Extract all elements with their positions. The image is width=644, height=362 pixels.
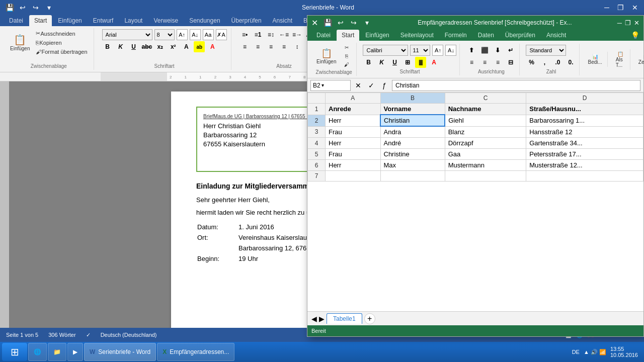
cell-c5[interactable]: Gaa <box>445 149 526 160</box>
taskbar-explorer[interactable]: 📁 <box>48 343 66 361</box>
cell-c6[interactable]: Mustermann <box>445 160 526 171</box>
more-qa-button[interactable]: ▾ <box>43 2 54 13</box>
prev-sheet-button[interactable]: ◀ <box>311 315 317 323</box>
cell-a3[interactable]: Frau <box>326 126 381 138</box>
excel-comma-button[interactable]: , <box>539 57 550 68</box>
excel-close-button[interactable]: ✕ <box>634 19 639 27</box>
cell-b5[interactable]: Christine <box>380 149 445 160</box>
add-sheet-button[interactable]: + <box>364 313 375 324</box>
excel-italic-button[interactable]: K <box>376 57 387 68</box>
excel-format-painter-button[interactable]: 🖌 <box>340 61 353 68</box>
tab-ueberpruefen[interactable]: Überprüfen <box>226 15 267 26</box>
cell-d3[interactable]: Hansstraße 12 <box>526 126 643 138</box>
taskbar-ie[interactable]: 🌐 <box>28 343 47 361</box>
restore-button[interactable]: ❐ <box>616 4 626 12</box>
save-button[interactable]: 💾 <box>4 2 15 13</box>
excel-copy-button[interactable]: ⎘ <box>340 52 353 60</box>
cell-a4[interactable]: Herr <box>326 138 381 149</box>
excel-border-button[interactable]: ⊞ <box>402 57 413 68</box>
cell-c4[interactable]: Dörrzapf <box>445 138 526 149</box>
clear-format-button[interactable]: ✗A <box>216 29 227 40</box>
col-header-b[interactable]: B <box>380 93 445 104</box>
superscript-button[interactable]: x² <box>168 41 179 52</box>
tab-datei[interactable]: Datei <box>4 15 28 26</box>
cell-c3[interactable]: Blanz <box>445 126 526 138</box>
excel-wrap-button[interactable]: ↵ <box>505 45 516 56</box>
excel-font-size-select[interactable]: 11 <box>410 45 430 56</box>
excel-align-center-button[interactable]: ≡ <box>479 57 490 68</box>
cell-b2[interactable]: Christian <box>380 115 445 126</box>
excel-restore-button[interactable]: ❐ <box>625 19 631 27</box>
confirm-formula-button[interactable]: ✓ <box>366 80 377 91</box>
numbering-button[interactable]: ≡1 <box>253 29 264 40</box>
excel-align-bottom-button[interactable]: ⬇ <box>492 45 503 56</box>
excel-minimize-button[interactable]: ─ <box>617 19 622 27</box>
row-header-7[interactable]: 7 <box>308 171 326 182</box>
tab-layout[interactable]: Layout <box>119 15 147 26</box>
tab-ansicht[interactable]: Ansicht <box>268 15 297 26</box>
excel-conditional-format-button[interactable]: 📊 Bedi... <box>586 53 604 66</box>
change-case-button[interactable]: Aa <box>203 29 214 40</box>
cell-a1[interactable]: Anrede <box>326 104 381 115</box>
excel-percent-button[interactable]: % <box>526 57 537 68</box>
excel-tab-ueberpruefen[interactable]: Überprüfen <box>500 30 540 41</box>
excel-tab-einfuegen[interactable]: Einfügen <box>360 30 394 41</box>
sheet-tab-tabelle1[interactable]: Tabelle1 <box>327 313 362 324</box>
excel-align-left-button[interactable]: ≡ <box>466 57 477 68</box>
tab-entwurf[interactable]: Entwurf <box>88 15 119 26</box>
excel-format-table-button[interactable]: 📋 Als T... <box>614 50 627 69</box>
cell-b4[interactable]: André <box>380 138 445 149</box>
cell-d7[interactable] <box>526 171 643 182</box>
cell-d1[interactable]: Straße/Hausnu... <box>526 104 643 115</box>
cell-b6[interactable]: Max <box>380 160 445 171</box>
italic-button[interactable]: K <box>115 41 126 52</box>
excel-cell-styles-button[interactable]: ▦ Zelle... <box>636 53 644 66</box>
excel-align-right-button[interactable]: ≡ <box>492 57 503 68</box>
excel-tab-formeln[interactable]: Formeln <box>440 30 472 41</box>
row-header-5[interactable]: 5 <box>308 149 326 160</box>
underline-button[interactable]: U <box>128 41 139 52</box>
undo-button[interactable]: ↩ <box>17 2 28 13</box>
insert-function-button[interactable]: ƒ <box>379 80 390 91</box>
excel-save-button[interactable]: 💾 <box>322 17 333 28</box>
cell-a7[interactable] <box>326 171 381 182</box>
row-header-6[interactable]: 6 <box>308 160 326 171</box>
increase-indent-button[interactable]: ≡→ <box>292 29 303 40</box>
tab-einfuegen[interactable]: Einfügen <box>53 15 87 26</box>
excel-number-format-select[interactable]: Standard <box>526 45 566 56</box>
cell-d6[interactable]: Musterstraße 12... <box>526 160 643 171</box>
excel-tab-start[interactable]: Start <box>337 30 359 41</box>
highlight-button[interactable]: ab <box>194 41 205 52</box>
start-button[interactable]: ⊞ <box>2 343 27 361</box>
cell-c2[interactable]: Giehl <box>445 115 526 126</box>
cell-b7[interactable] <box>380 171 445 182</box>
excel-fill-button[interactable]: ▓ <box>415 57 426 68</box>
bullets-button[interactable]: ≡• <box>239 29 251 40</box>
excel-increase-decimal-button[interactable]: .0 <box>552 57 563 68</box>
decrease-indent-button[interactable]: ←≡ <box>279 29 290 40</box>
row-header-1[interactable]: 1 <box>308 104 326 115</box>
font-color-button[interactable]: A <box>207 41 218 52</box>
excel-underline-button[interactable]: U <box>389 57 400 68</box>
cell-b1[interactable]: Vorname <box>380 104 445 115</box>
excel-decrease-decimal-button[interactable]: 0. <box>565 57 576 68</box>
subscript-button[interactable]: x₂ <box>154 41 166 52</box>
excel-font-color-button[interactable]: A <box>428 57 439 68</box>
tab-verweise[interactable]: Verweise <box>148 15 183 26</box>
font-name-select[interactable]: Arial <box>102 29 152 40</box>
excel-cut-button[interactable]: ✂ <box>340 44 353 51</box>
bold-button[interactable]: B <box>102 41 113 52</box>
format-painter-button[interactable]: 🖌 Format übertragen <box>34 48 89 56</box>
text-effects-button[interactable]: A <box>181 41 192 52</box>
line-spacing-button[interactable]: ↕ <box>292 41 303 52</box>
justify-button[interactable]: ≡ <box>279 41 290 52</box>
excel-more-qa-button[interactable]: ▾ <box>361 17 372 28</box>
paste-button[interactable]: 📋 Einfügen <box>8 33 32 52</box>
col-header-a[interactable]: A <box>326 93 381 104</box>
tab-sendungen[interactable]: Sendungen <box>184 15 225 26</box>
excel-undo-button[interactable]: ↩ <box>335 17 346 28</box>
redo-button[interactable]: ↪ <box>30 2 41 13</box>
cell-d4[interactable]: Gartenstraße 34... <box>526 138 643 149</box>
taskbar-excel[interactable]: X Empfängeradressen... <box>157 343 234 361</box>
taskbar-wmp[interactable]: ▶ <box>67 343 83 361</box>
